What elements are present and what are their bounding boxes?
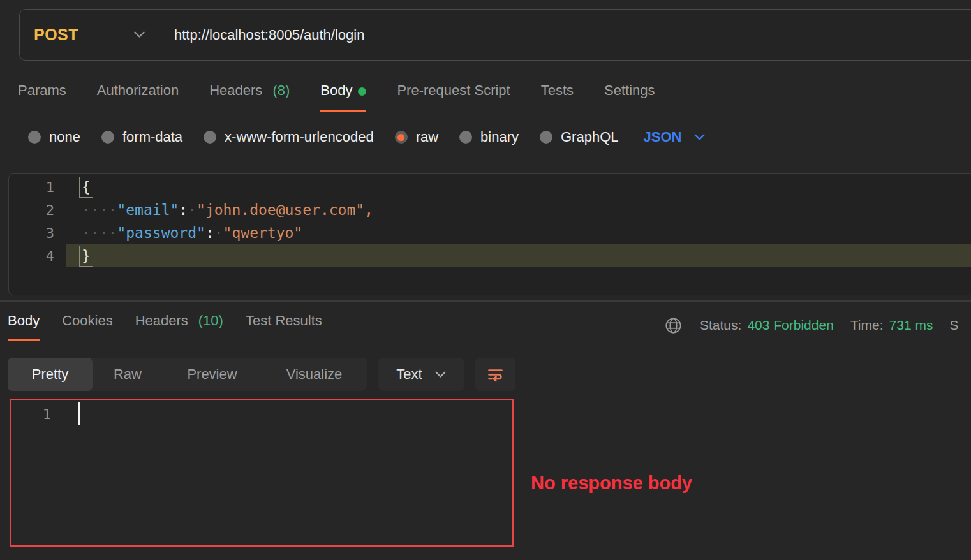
indent-dots: ···· (82, 225, 117, 241)
body-type-row: none form-data x-www-form-urlencoded raw… (28, 129, 705, 145)
open-brace: { (79, 177, 93, 198)
view-pretty-label: Pretty (32, 366, 68, 383)
body-type-raw[interactable]: raw (395, 129, 438, 145)
tab-body-label: Body (320, 82, 352, 99)
line-number: 4 (9, 248, 66, 264)
headers-count-badge: (8) (272, 82, 290, 99)
response-tab-headers[interactable]: Headers(10) (135, 313, 223, 341)
response-tab-cookies[interactable]: Cookies (62, 313, 112, 341)
language-select-label: JSON (644, 129, 682, 145)
body-type-form-data[interactable]: form-data (101, 129, 182, 145)
globe-icon[interactable] (665, 317, 682, 334)
response-tab-body[interactable]: Body (8, 313, 40, 341)
size-label-clipped: S (949, 318, 958, 333)
tab-params-label: Params (18, 82, 66, 99)
json-value: "john.doe@user.com" (196, 202, 364, 218)
no-response-body-annotation: No response body (531, 473, 692, 494)
space-dot: · (214, 225, 223, 241)
line-number: 3 (9, 225, 66, 241)
close-brace: } (79, 246, 93, 267)
body-type-form-data-label: form-data (122, 129, 182, 145)
view-mode-segmented-control: Pretty Raw Preview Visualize (8, 358, 367, 391)
text-cursor (78, 402, 80, 425)
response-body-editor[interactable]: 1 (10, 399, 514, 547)
tab-tests-label: Tests (541, 82, 574, 99)
tab-body[interactable]: Body (320, 82, 366, 112)
json-value: "qwertyo" (223, 225, 303, 241)
body-type-binary[interactable]: binary (459, 129, 519, 145)
format-chevron-icon (435, 371, 446, 378)
space-dot: · (188, 202, 196, 218)
tab-headers-label: Headers (209, 82, 262, 99)
tab-pre-request-script-label: Pre-request Script (397, 82, 510, 99)
time-value: 731 ms (889, 318, 933, 333)
body-type-x-www-form-urlencoded-label: x-www-form-urlencoded (225, 129, 374, 145)
response-headers-count-badge: (10) (198, 313, 223, 329)
format-select[interactable]: Text (378, 358, 464, 391)
body-type-none[interactable]: none (28, 129, 80, 145)
language-select[interactable]: JSON (644, 129, 706, 145)
view-raw[interactable]: Raw (93, 358, 163, 391)
tab-params[interactable]: Params (18, 82, 66, 112)
method-select[interactable]: POST (20, 10, 159, 60)
tab-tests[interactable]: Tests (541, 82, 574, 112)
postman-window: POST http://localhost:8005/auth/login Pa… (0, 0, 971, 560)
status-label: Status: (700, 318, 741, 333)
editor-line-3: 3 ····"password":·"qwertyo" (9, 221, 971, 244)
tab-authorization-label: Authorization (97, 82, 179, 99)
status-value: 403 Forbidden (747, 318, 833, 333)
response-meta: Status: 403 Forbidden Time: 731 ms S (665, 313, 958, 338)
view-raw-label: Raw (114, 366, 142, 383)
response-tab-body-label: Body (8, 313, 40, 329)
body-tab-dot-icon (358, 87, 366, 96)
wrap-text-button[interactable] (475, 358, 515, 391)
response-tab-headers-label: Headers (135, 313, 188, 329)
response-tab-test-results[interactable]: Test Results (246, 313, 322, 341)
line-number: 2 (9, 202, 66, 218)
editor-line-1: 1 { (9, 175, 971, 198)
tab-pre-request-script[interactable]: Pre-request Script (397, 82, 510, 112)
body-type-graphql-label: GraphQL (561, 129, 619, 145)
format-select-label: Text (396, 366, 422, 383)
method-label: POST (34, 26, 78, 44)
time-label: Time: (850, 318, 884, 333)
radio-icon (28, 131, 41, 144)
view-pretty[interactable]: Pretty (8, 358, 93, 391)
comma: , (364, 202, 373, 218)
response-line-1: 1 (11, 402, 512, 425)
json-key: "password" (117, 225, 205, 241)
response-tab-test-results-label: Test Results (246, 313, 322, 329)
colon: : (179, 202, 188, 218)
body-type-none-label: none (49, 129, 80, 145)
view-visualize[interactable]: Visualize (262, 358, 367, 391)
radio-icon (204, 131, 216, 144)
response-toolbar: Pretty Raw Preview Visualize Text (8, 358, 515, 391)
radio-icon (101, 131, 114, 144)
body-type-raw-label: raw (416, 129, 438, 145)
body-type-binary-label: binary (480, 129, 519, 145)
tab-settings[interactable]: Settings (604, 82, 655, 112)
response-tab-cookies-label: Cookies (62, 313, 112, 329)
tab-authorization[interactable]: Authorization (97, 82, 179, 112)
url-input[interactable]: http://localhost:8005/auth/login (174, 27, 971, 43)
view-preview[interactable]: Preview (163, 358, 262, 391)
request-body-editor[interactable]: 1 { 2 ····"email":·"john.doe@user.com", … (8, 173, 971, 295)
request-response-divider (0, 300, 971, 302)
indent-dots: ···· (82, 202, 117, 218)
language-chevron-icon (694, 134, 705, 141)
wrap-text-icon (486, 365, 505, 385)
line-number: 1 (9, 179, 66, 195)
colon: : (205, 225, 214, 241)
json-key: "email" (117, 202, 179, 218)
editor-line-4: 4 } (9, 244, 971, 267)
view-preview-label: Preview (187, 366, 237, 383)
radio-icon (540, 131, 552, 144)
tab-headers[interactable]: Headers(8) (209, 82, 290, 112)
body-type-x-www-form-urlencoded[interactable]: x-www-form-urlencoded (204, 129, 374, 145)
radio-selected-icon (395, 131, 408, 144)
radio-icon (459, 131, 472, 144)
request-url-bar: POST http://localhost:8005/auth/login (19, 9, 971, 61)
request-tabs: Params Authorization Headers(8) Body Pre… (18, 82, 655, 112)
response-tabs: Body Cookies Headers(10) Test Results (8, 313, 322, 341)
body-type-graphql[interactable]: GraphQL (540, 129, 619, 145)
